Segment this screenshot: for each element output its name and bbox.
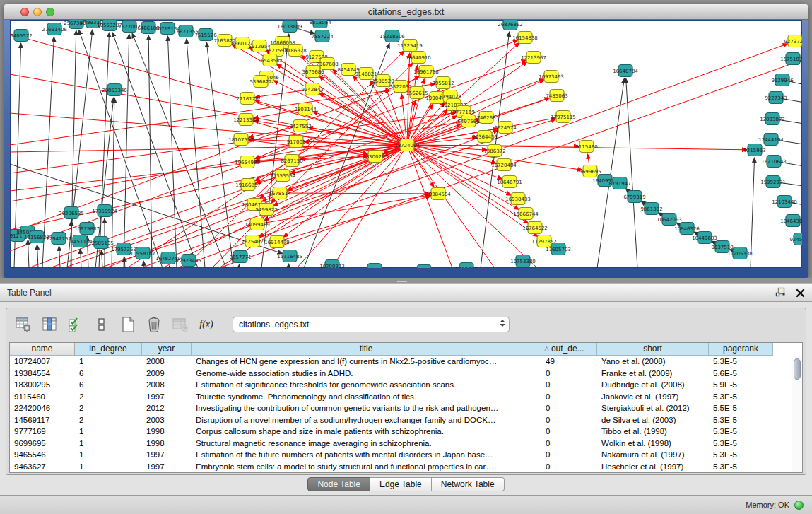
sort-ascending-icon: △ xyxy=(544,346,549,352)
table-cell: 0 xyxy=(541,449,597,461)
memory-status-indicator[interactable] xyxy=(794,501,804,510)
graph-node-label: 7557224 xyxy=(311,34,334,40)
graph-node[interactable]: 6799319 xyxy=(623,191,645,203)
delete-column-button[interactable] xyxy=(144,315,164,334)
graph-node[interactable]: 12103440 xyxy=(772,196,797,208)
graph-node[interactable]: 20206535 xyxy=(59,207,84,219)
table-row[interactable]: 1872400712008Changes of HCN gene express… xyxy=(10,356,792,368)
graph-node[interactable]: 9427552 xyxy=(289,120,311,132)
column-header-year[interactable]: year xyxy=(142,343,192,356)
graph-node[interactable]: 9115460 xyxy=(575,141,597,153)
function-builder-button[interactable]: f(x) xyxy=(196,315,216,334)
select-all-button[interactable] xyxy=(66,315,86,334)
tab-edge-table[interactable]: Edge Table xyxy=(370,477,432,491)
scrollbar-thumb[interactable] xyxy=(794,358,801,380)
graph-node[interactable]: 16154838 xyxy=(512,32,538,44)
graph-node[interactable]: 10753380 xyxy=(510,255,536,267)
table-row[interactable]: 1456911722003Disruption of a novel membe… xyxy=(10,414,792,426)
tab-network-table[interactable]: Network Table xyxy=(432,477,505,491)
unselect-all-button[interactable] xyxy=(92,315,112,334)
graph-node[interactable]: 17975115 xyxy=(551,111,576,123)
graph-node[interactable]: 16764522 xyxy=(522,222,548,234)
graph-node[interactable]: 11325419 xyxy=(397,40,423,52)
graph-node[interactable]: 15218506 xyxy=(379,30,405,42)
graph-node[interactable]: 15666744 xyxy=(513,208,539,220)
graph-node[interactable]: 9482430 xyxy=(413,265,435,269)
network-window[interactable]: citations_edges.txt 94055722769140625673… xyxy=(4,4,808,278)
graph-node[interactable]: 18107552 xyxy=(228,134,254,146)
graph-node[interactable]: 9861302 xyxy=(640,203,662,215)
graph-node[interactable]: 19166857 xyxy=(235,179,261,191)
graph-node[interactable]: 9129946 xyxy=(771,74,794,86)
graph-node[interactable]: 7955812 xyxy=(432,77,454,89)
graph-node[interactable]: 9699695 xyxy=(579,165,601,177)
window-titlebar[interactable]: citations_edges.txt xyxy=(4,4,808,20)
panel-resize-grip[interactable] xyxy=(397,279,409,282)
graph-node[interactable]: 3624574 xyxy=(494,122,517,134)
graph-node[interactable]: 16210643 xyxy=(761,156,787,168)
column-header-name[interactable]: name xyxy=(10,343,75,356)
table-options-button[interactable] xyxy=(13,315,33,334)
graph-node[interactable]: 10646791 xyxy=(497,176,522,188)
graph-node[interactable]: 10975887 xyxy=(74,223,100,235)
graph-node[interactable]: 15716485 xyxy=(277,250,302,262)
column-header-pagerank[interactable]: pagerank xyxy=(709,343,773,356)
graph-node[interactable]: 19384554 xyxy=(425,188,451,200)
table-cell: 5.3E-5 xyxy=(709,449,773,461)
column-header-short[interactable]: short xyxy=(597,343,709,356)
table-row[interactable]: 946554611997Estimation of the future num… xyxy=(10,449,792,461)
table-row[interactable]: 1830029562008Estimation of significance … xyxy=(10,379,792,391)
graph-node[interactable]: 20053346 xyxy=(102,84,127,96)
graph-node[interactable]: 15992931 xyxy=(760,176,786,188)
graph-node[interactable]: 7557224 xyxy=(311,30,334,42)
graph-node[interactable]: 9215953 xyxy=(743,144,765,156)
show-columns-button[interactable] xyxy=(40,315,59,334)
graph-node-label: 12213967 xyxy=(521,55,546,61)
table-cell: 1 xyxy=(75,356,142,368)
table-row[interactable]: 2242004622012Investigating the contribut… xyxy=(10,402,792,414)
graph-node[interactable]: 17359924 xyxy=(92,205,117,217)
table-selector[interactable]: citations_edges.txt xyxy=(233,317,510,332)
table-row[interactable]: 911546021997Tourette syndrome. Phenomeno… xyxy=(10,391,792,403)
graph-node[interactable]: 16033809 xyxy=(277,21,302,33)
graph-node[interactable]: 10200313 xyxy=(319,260,345,269)
table-panel-title: Table Panel xyxy=(7,284,52,303)
close-panel-icon[interactable] xyxy=(796,288,805,300)
tab-node-table[interactable]: Node Table xyxy=(307,477,370,491)
graph-node[interactable]: 16648784 xyxy=(613,65,638,77)
network-canvas[interactable]: 9405572276914062567380524893305105532871… xyxy=(10,20,802,268)
column-header-in-degree[interactable]: in_degree xyxy=(75,343,142,356)
graph-node[interactable]: 12444194 xyxy=(758,134,784,146)
table-row[interactable]: 969969511998Structural magnetic resonanc… xyxy=(10,438,792,450)
graph-node[interactable]: 10464302 xyxy=(780,215,802,227)
column-header-out-degree[interactable]: △ out_de... xyxy=(541,343,597,356)
graph-node[interactable]: 7625402 xyxy=(241,235,263,247)
graph-node[interactable]: 746266 xyxy=(477,112,496,124)
graph-node[interactable]: 16720404 xyxy=(491,159,517,171)
graph-node[interactable]: 8813054 xyxy=(309,20,331,28)
graph-node[interactable]: 15751074 xyxy=(780,53,802,65)
graph-node[interactable]: 9273721 xyxy=(784,35,802,47)
create-column-button[interactable] xyxy=(118,315,138,334)
graph-node[interactable]: 12213384 xyxy=(233,114,259,126)
status-bar: Memory: OK xyxy=(0,495,812,514)
table-row[interactable]: 946362711997Embryonic stem cells: a mode… xyxy=(10,461,792,473)
graph-edge xyxy=(81,249,81,268)
graph-node[interactable]: 12213967 xyxy=(521,52,546,64)
table-scrollbar[interactable] xyxy=(792,356,802,472)
graph-node[interactable]: 9227343 xyxy=(765,92,787,104)
column-header-title[interactable]: title xyxy=(192,343,541,356)
graph-node[interactable]: 8702480 xyxy=(455,263,477,269)
graph-node[interactable]: 11737746 xyxy=(362,264,387,269)
graph-node[interactable]: 26876862 xyxy=(498,20,523,30)
graph-node[interactable]: 12093872 xyxy=(760,113,785,125)
citation-graph[interactable]: 9405572276914062567380524893305105532871… xyxy=(10,20,802,268)
graph-node[interactable]: 917005 xyxy=(287,136,306,148)
graph-node[interactable]: 7485063 xyxy=(546,90,567,102)
table-cell: 0 xyxy=(541,438,597,450)
graph-node[interactable]: 9245072 xyxy=(789,233,802,245)
table-row[interactable]: 1938455462009Genome-wide association stu… xyxy=(10,368,792,380)
float-panel-icon[interactable] xyxy=(775,287,786,300)
graph-node[interactable]: 16914479 xyxy=(264,236,290,248)
table-row[interactable]: 977716911998Corpus callosum shape and si… xyxy=(10,426,792,438)
